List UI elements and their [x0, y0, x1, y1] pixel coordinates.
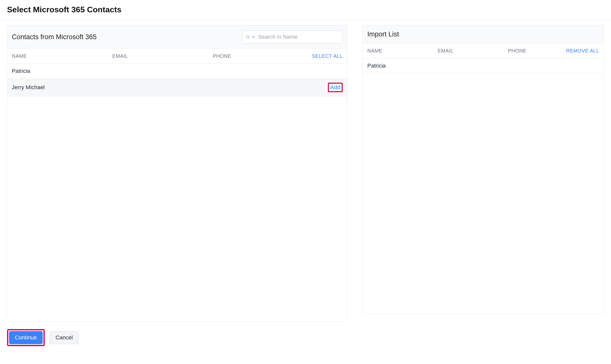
annotation-highlight: Continue: [7, 329, 45, 346]
column-email: EMAIL: [438, 48, 508, 54]
select-all-link[interactable]: SELECT ALL: [312, 53, 343, 59]
contacts-table-body: Patricia Jerry Michael Add: [7, 64, 347, 321]
page-title: Select Microsoft 365 Contacts: [7, 5, 604, 14]
footer: Continue Cancel: [0, 327, 611, 353]
remove-all-link[interactable]: REMOVE ALL: [566, 48, 599, 54]
cell-action: Add: [328, 83, 343, 92]
column-name: NAME: [12, 53, 112, 59]
contacts-panel-header: Contacts from Microsoft 365: [7, 25, 347, 49]
column-name: NAME: [367, 48, 438, 54]
cell-name: Jerry Michael: [12, 84, 112, 91]
table-row[interactable]: Patricia: [363, 59, 604, 73]
import-panel-header: Import List: [363, 25, 604, 43]
svg-point-0: [246, 35, 249, 38]
content-area: Contacts from Microsoft 365: [0, 20, 611, 327]
page-header: Select Microsoft 365 Contacts: [0, 0, 611, 20]
import-table-header: NAME EMAIL PHONE REMOVE ALL: [363, 43, 604, 59]
import-panel-title: Import List: [367, 30, 399, 38]
chevron-down-icon[interactable]: [251, 35, 256, 39]
import-panel: Import List NAME EMAIL PHONE REMOVE ALL …: [363, 25, 604, 314]
contacts-panel-title: Contacts from Microsoft 365: [12, 33, 97, 41]
svg-line-1: [248, 38, 249, 38]
search-input[interactable]: [258, 34, 339, 40]
column-email: EMAIL: [112, 53, 213, 59]
table-row[interactable]: Jerry Michael Add: [7, 79, 347, 96]
annotation-highlight: Add: [328, 83, 343, 92]
import-table-body: Patricia: [363, 59, 604, 314]
column-phone: PHONE: [213, 53, 312, 59]
cell-name: Patricia: [12, 68, 112, 74]
cancel-button[interactable]: Cancel: [50, 331, 78, 344]
continue-button[interactable]: Continue: [9, 331, 43, 344]
contacts-table-header: NAME EMAIL PHONE SELECT ALL: [7, 49, 347, 64]
cell-name: Patricia: [367, 63, 438, 69]
contacts-panel: Contacts from Microsoft 365: [7, 25, 347, 322]
table-row[interactable]: Patricia: [7, 64, 347, 79]
add-button[interactable]: Add: [330, 84, 340, 90]
search-field-wrap[interactable]: [242, 30, 343, 43]
search-icon: [245, 35, 250, 39]
column-phone: PHONE: [508, 48, 566, 54]
